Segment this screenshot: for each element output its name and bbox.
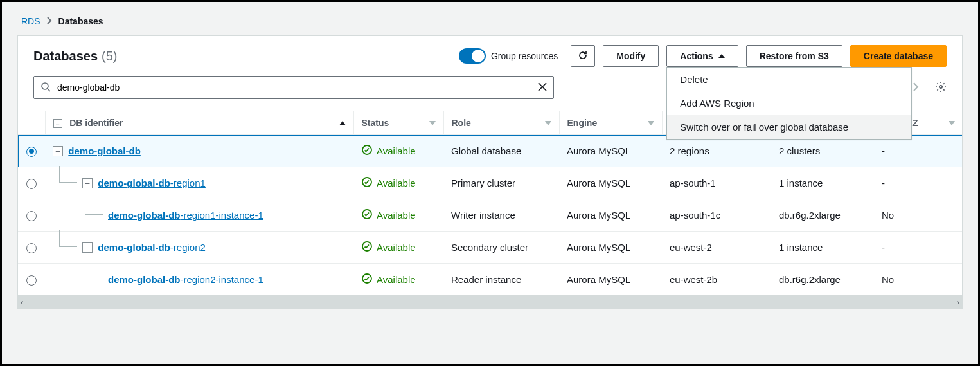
engine-cell: Aurora MySQL <box>559 232 662 264</box>
col-status[interactable]: Status <box>362 118 389 128</box>
refresh-button[interactable] <box>571 45 595 67</box>
table-row[interactable]: demo-global-db-region2-instance-1Availab… <box>18 264 962 296</box>
sort-icon[interactable] <box>429 121 436 125</box>
engine-cell: Aurora MySQL <box>559 167 662 199</box>
action-switch-fail-over[interactable]: Switch over or fail over global database <box>667 115 911 139</box>
breadcrumb-current: Databases <box>58 16 103 26</box>
sort-asc-icon[interactable] <box>339 121 346 125</box>
engine-cell: Aurora MySQL <box>559 199 662 232</box>
settings-button[interactable] <box>935 81 947 95</box>
tree-collapse-icon[interactable]: – <box>82 242 93 253</box>
role-cell: Writer instance <box>443 199 559 232</box>
col-db-identifier[interactable]: DB identifier <box>69 118 123 128</box>
databases-panel: Databases (5) Group resources Modify Act… <box>17 35 963 309</box>
role-cell: Reader instance <box>443 264 559 296</box>
role-cell: Primary cluster <box>443 167 559 199</box>
multi-az-cell: No <box>874 264 962 296</box>
multi-az-cell: - <box>874 135 962 167</box>
databases-table-wrap: – DB identifier Status Role Engine Regio… <box>18 111 962 308</box>
scroll-left-icon[interactable]: ‹ <box>21 297 23 307</box>
refresh-icon <box>578 50 588 62</box>
check-circle-icon <box>361 241 373 254</box>
engine-cell: Aurora MySQL <box>559 135 662 167</box>
modify-button[interactable]: Modify <box>603 45 659 67</box>
caret-up-icon <box>718 54 725 58</box>
col-role[interactable]: Role <box>452 118 471 128</box>
create-database-button[interactable]: Create database <box>850 45 947 67</box>
status-badge: Available <box>361 273 416 286</box>
row-select-radio[interactable] <box>26 179 37 189</box>
db-identifier-link[interactable]: demo-global-db-region1-instance-1 <box>108 210 263 221</box>
group-resources-label: Group resources <box>491 51 558 61</box>
action-delete[interactable]: Delete <box>667 68 911 91</box>
db-identifier-link[interactable]: demo-global-db-region2-instance-1 <box>108 274 263 285</box>
row-select-radio[interactable] <box>26 275 37 286</box>
role-cell: Global database <box>443 135 559 167</box>
multi-az-cell: - <box>874 232 962 264</box>
table-row[interactable]: – demo-global-db-region2AvailableSeconda… <box>18 232 962 264</box>
title-count: (5) <box>102 49 117 64</box>
svg-point-1 <box>940 85 942 87</box>
restore-from-s3-button[interactable]: Restore from S3 <box>746 45 842 67</box>
tree-collapse-icon[interactable]: – <box>53 146 63 156</box>
col-engine[interactable]: Engine <box>567 118 598 128</box>
actions-dropdown: Delete Add AWS Region Switch over or fai… <box>666 67 912 140</box>
gear-icon <box>935 84 947 95</box>
search-box[interactable] <box>33 76 554 99</box>
sort-icon[interactable] <box>545 121 551 125</box>
action-add-aws-region[interactable]: Add AWS Region <box>667 91 911 115</box>
tree-collapse-icon[interactable]: – <box>82 178 93 188</box>
table-row[interactable]: – demo-global-dbAvailableGlobal database… <box>18 135 962 167</box>
toggle-switch-icon[interactable] <box>459 48 486 64</box>
group-resources-toggle[interactable]: Group resources <box>459 48 558 64</box>
table-row[interactable]: – demo-global-db-region1AvailablePrimary… <box>18 167 962 199</box>
region-cell: ap-south-1c <box>662 199 771 232</box>
collapse-all-icon[interactable]: – <box>53 119 62 128</box>
size-cell: db.r6g.2xlarge <box>771 264 874 296</box>
status-badge: Available <box>361 208 416 222</box>
db-identifier-link[interactable]: demo-global-db-region1 <box>98 178 206 188</box>
size-cell: 2 clusters <box>771 135 874 167</box>
region-cell: eu-west-2 <box>662 232 771 264</box>
status-badge: Available <box>361 144 416 158</box>
breadcrumb-root[interactable]: RDS <box>21 16 40 26</box>
db-identifier-link[interactable]: demo-global-db-region2 <box>98 242 206 253</box>
status-badge: Available <box>361 241 416 254</box>
actions-button[interactable]: Actions <box>666 45 738 67</box>
multi-az-cell: No <box>874 199 962 232</box>
multi-az-cell: - <box>874 167 962 199</box>
engine-cell: Aurora MySQL <box>559 264 662 296</box>
check-circle-icon <box>361 208 373 222</box>
check-circle-icon <box>361 176 373 190</box>
region-cell: 2 regions <box>662 135 771 167</box>
sort-icon[interactable] <box>648 121 654 125</box>
page-title: Databases (5) <box>33 49 451 64</box>
db-identifier-link[interactable]: demo-global-db <box>68 145 141 156</box>
scroll-right-icon[interactable]: › <box>957 297 959 307</box>
title-text: Databases <box>33 49 98 64</box>
row-select-radio[interactable] <box>26 243 37 253</box>
size-cell: db.r6g.2xlarge <box>771 199 874 232</box>
row-select-radio[interactable] <box>26 211 37 221</box>
row-select-radio[interactable] <box>26 147 37 157</box>
search-input[interactable] <box>57 82 531 93</box>
size-cell: 1 instance <box>771 232 874 264</box>
region-cell: ap-south-1 <box>662 167 771 199</box>
check-circle-icon <box>361 144 373 158</box>
clear-search-icon[interactable] <box>538 82 547 93</box>
table-row[interactable]: demo-global-db-region1-instance-1Availab… <box>18 199 962 232</box>
next-page-button[interactable] <box>913 82 919 93</box>
chevron-right-icon <box>47 16 52 26</box>
breadcrumb: RDS Databases <box>2 2 978 35</box>
search-icon <box>40 82 51 94</box>
role-cell: Secondary cluster <box>443 232 559 264</box>
size-cell: 1 instance <box>771 167 874 199</box>
region-cell: eu-west-2b <box>662 264 771 296</box>
check-circle-icon <box>361 273 373 286</box>
sort-icon[interactable] <box>949 121 955 125</box>
status-badge: Available <box>361 176 416 190</box>
panel-header: Databases (5) Group resources Modify Act… <box>18 36 962 75</box>
horizontal-scrollbar[interactable]: ‹ › <box>18 295 962 308</box>
svg-point-0 <box>42 83 48 89</box>
actions-label: Actions <box>680 51 713 61</box>
